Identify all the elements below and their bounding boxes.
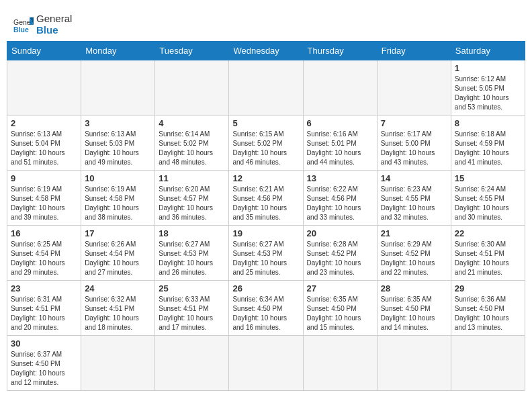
calendar-day-cell — [377, 336, 451, 391]
day-number: 25 — [159, 283, 225, 293]
calendar-table: SundayMondayTuesdayWednesdayThursdayFrid… — [7, 41, 525, 391]
calendar-header-row: SundayMondayTuesdayWednesdayThursdayFrid… — [7, 42, 525, 60]
day-of-week-header: Sunday — [7, 42, 81, 60]
day-info: Sunrise: 6:27 AM Sunset: 4:53 PM Dayligh… — [232, 240, 299, 277]
day-number: 14 — [381, 173, 447, 183]
calendar-day-cell: 5Sunrise: 6:15 AM Sunset: 5:02 PM Daylig… — [229, 116, 303, 171]
day-number: 24 — [85, 283, 151, 293]
day-number: 30 — [11, 338, 77, 349]
day-number: 4 — [159, 118, 225, 128]
day-of-week-header: Thursday — [303, 42, 377, 60]
calendar-day-cell: 19Sunrise: 6:27 AM Sunset: 4:53 PM Dayli… — [229, 226, 303, 281]
calendar-week-row: 30Sunrise: 6:37 AM Sunset: 4:50 PM Dayli… — [7, 336, 525, 391]
calendar-day-cell — [451, 336, 525, 391]
calendar-day-cell: 10Sunrise: 6:19 AM Sunset: 4:58 PM Dayli… — [81, 171, 155, 226]
calendar-day-cell — [81, 60, 155, 116]
day-info: Sunrise: 6:34 AM Sunset: 4:50 PM Dayligh… — [232, 295, 299, 332]
calendar-week-row: 9Sunrise: 6:19 AM Sunset: 4:58 PM Daylig… — [7, 171, 525, 226]
day-number: 5 — [232, 118, 299, 128]
calendar-day-cell: 30Sunrise: 6:37 AM Sunset: 4:50 PM Dayli… — [7, 336, 81, 391]
day-info: Sunrise: 6:15 AM Sunset: 5:02 PM Dayligh… — [232, 130, 299, 167]
calendar-day-cell: 24Sunrise: 6:32 AM Sunset: 4:51 PM Dayli… — [81, 281, 155, 336]
day-info: Sunrise: 6:32 AM Sunset: 4:51 PM Dayligh… — [85, 295, 151, 332]
calendar-day-cell: 9Sunrise: 6:19 AM Sunset: 4:58 PM Daylig… — [7, 171, 81, 226]
calendar-day-cell: 8Sunrise: 6:18 AM Sunset: 4:59 PM Daylig… — [451, 116, 525, 171]
day-of-week-header: Saturday — [451, 42, 525, 60]
calendar-week-row: 23Sunrise: 6:31 AM Sunset: 4:51 PM Dayli… — [7, 281, 525, 336]
day-of-week-header: Tuesday — [155, 42, 229, 60]
calendar-day-cell: 2Sunrise: 6:13 AM Sunset: 5:04 PM Daylig… — [7, 116, 81, 171]
logo-icon: General Blue — [13, 15, 34, 35]
day-info: Sunrise: 6:18 AM Sunset: 4:59 PM Dayligh… — [455, 130, 521, 167]
logo: General Blue General Blue — [13, 13, 72, 36]
day-info: Sunrise: 6:19 AM Sunset: 4:58 PM Dayligh… — [85, 185, 151, 222]
calendar-day-cell — [155, 336, 229, 391]
calendar-day-cell — [81, 336, 155, 391]
calendar-day-cell — [229, 336, 303, 391]
day-number: 2 — [11, 118, 77, 128]
day-info: Sunrise: 6:21 AM Sunset: 4:56 PM Dayligh… — [232, 185, 299, 222]
calendar-day-cell: 25Sunrise: 6:33 AM Sunset: 4:51 PM Dayli… — [155, 281, 229, 336]
day-info: Sunrise: 6:13 AM Sunset: 5:04 PM Dayligh… — [11, 130, 77, 167]
calendar-day-cell — [303, 60, 377, 116]
day-number: 18 — [159, 228, 225, 238]
calendar-day-cell — [377, 60, 451, 116]
calendar-week-row: 1Sunrise: 6:12 AM Sunset: 5:05 PM Daylig… — [7, 60, 525, 116]
day-number: 27 — [307, 283, 373, 293]
calendar-day-cell — [7, 60, 81, 116]
day-info: Sunrise: 6:27 AM Sunset: 4:53 PM Dayligh… — [159, 240, 225, 277]
day-number: 11 — [159, 173, 225, 183]
day-info: Sunrise: 6:24 AM Sunset: 4:55 PM Dayligh… — [455, 185, 521, 222]
day-number: 19 — [232, 228, 299, 238]
day-info: Sunrise: 6:20 AM Sunset: 4:57 PM Dayligh… — [159, 185, 225, 222]
day-number: 23 — [11, 283, 77, 293]
day-info: Sunrise: 6:35 AM Sunset: 4:50 PM Dayligh… — [307, 295, 373, 332]
day-of-week-header: Friday — [377, 42, 451, 60]
day-info: Sunrise: 6:13 AM Sunset: 5:03 PM Dayligh… — [85, 130, 151, 167]
calendar-week-row: 2Sunrise: 6:13 AM Sunset: 5:04 PM Daylig… — [7, 116, 525, 171]
day-number: 7 — [381, 118, 447, 128]
day-of-week-header: Wednesday — [229, 42, 303, 60]
calendar-day-cell: 23Sunrise: 6:31 AM Sunset: 4:51 PM Dayli… — [7, 281, 81, 336]
day-info: Sunrise: 6:16 AM Sunset: 5:01 PM Dayligh… — [307, 130, 373, 167]
day-number: 10 — [85, 173, 151, 183]
calendar-day-cell: 18Sunrise: 6:27 AM Sunset: 4:53 PM Dayli… — [155, 226, 229, 281]
calendar-day-cell — [229, 60, 303, 116]
calendar-day-cell — [303, 336, 377, 391]
calendar-day-cell: 6Sunrise: 6:16 AM Sunset: 5:01 PM Daylig… — [303, 116, 377, 171]
day-info: Sunrise: 6:30 AM Sunset: 4:51 PM Dayligh… — [455, 240, 521, 277]
day-info: Sunrise: 6:17 AM Sunset: 5:00 PM Dayligh… — [381, 130, 447, 167]
day-number: 3 — [85, 118, 151, 128]
day-info: Sunrise: 6:35 AM Sunset: 4:50 PM Dayligh… — [381, 295, 447, 332]
calendar-day-cell: 17Sunrise: 6:26 AM Sunset: 4:54 PM Dayli… — [81, 226, 155, 281]
day-info: Sunrise: 6:14 AM Sunset: 5:02 PM Dayligh… — [159, 130, 225, 167]
day-info: Sunrise: 6:25 AM Sunset: 4:54 PM Dayligh… — [11, 240, 77, 277]
day-number: 12 — [232, 173, 299, 183]
svg-text:Blue: Blue — [13, 26, 29, 34]
calendar-day-cell: 11Sunrise: 6:20 AM Sunset: 4:57 PM Dayli… — [155, 171, 229, 226]
day-number: 29 — [455, 283, 521, 293]
calendar-day-cell: 28Sunrise: 6:35 AM Sunset: 4:50 PM Dayli… — [377, 281, 451, 336]
calendar-day-cell: 29Sunrise: 6:36 AM Sunset: 4:50 PM Dayli… — [451, 281, 525, 336]
day-info: Sunrise: 6:12 AM Sunset: 5:05 PM Dayligh… — [455, 75, 521, 112]
day-number: 17 — [85, 228, 151, 238]
page-header: General Blue General Blue — [7, 7, 525, 41]
calendar-day-cell: 21Sunrise: 6:29 AM Sunset: 4:52 PM Dayli… — [377, 226, 451, 281]
day-number: 8 — [455, 118, 521, 128]
calendar-day-cell: 27Sunrise: 6:35 AM Sunset: 4:50 PM Dayli… — [303, 281, 377, 336]
calendar-week-row: 16Sunrise: 6:25 AM Sunset: 4:54 PM Dayli… — [7, 226, 525, 281]
logo-general-text: General — [36, 13, 72, 25]
calendar-day-cell: 15Sunrise: 6:24 AM Sunset: 4:55 PM Dayli… — [451, 171, 525, 226]
day-info: Sunrise: 6:26 AM Sunset: 4:54 PM Dayligh… — [85, 240, 151, 277]
calendar-day-cell: 4Sunrise: 6:14 AM Sunset: 5:02 PM Daylig… — [155, 116, 229, 171]
day-info: Sunrise: 6:33 AM Sunset: 4:51 PM Dayligh… — [159, 295, 225, 332]
day-number: 9 — [11, 173, 77, 183]
calendar-day-cell: 3Sunrise: 6:13 AM Sunset: 5:03 PM Daylig… — [81, 116, 155, 171]
day-number: 21 — [381, 228, 447, 238]
day-number: 15 — [455, 173, 521, 183]
calendar-day-cell: 16Sunrise: 6:25 AM Sunset: 4:54 PM Dayli… — [7, 226, 81, 281]
calendar-day-cell: 26Sunrise: 6:34 AM Sunset: 4:50 PM Dayli… — [229, 281, 303, 336]
day-number: 13 — [307, 173, 373, 183]
calendar-day-cell: 12Sunrise: 6:21 AM Sunset: 4:56 PM Dayli… — [229, 171, 303, 226]
day-info: Sunrise: 6:37 AM Sunset: 4:50 PM Dayligh… — [11, 350, 77, 387]
